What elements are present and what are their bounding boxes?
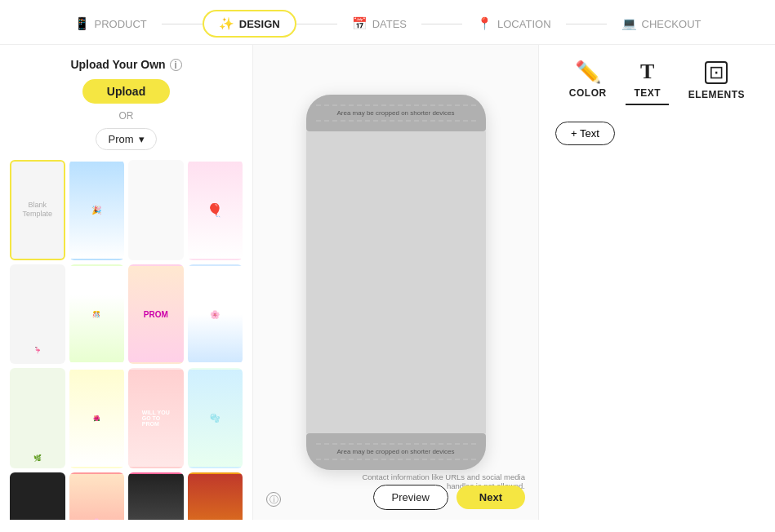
template-14[interactable]: PROM bbox=[128, 472, 184, 520]
nav-step-dates[interactable]: 📅 DATES bbox=[337, 11, 421, 36]
template-6[interactable]: PROM bbox=[128, 264, 184, 365]
top-dashed-line-2 bbox=[316, 120, 476, 122]
nav-connector-1 bbox=[162, 24, 203, 24]
template-3[interactable]: 🎈 bbox=[188, 160, 243, 260]
nav-dates-label: DATES bbox=[372, 18, 407, 30]
bottom-bar-text: Area may be cropped on shorter devices bbox=[336, 448, 454, 455]
template-12[interactable]: PROM bbox=[10, 472, 65, 520]
upload-section: Upload Your Own i Upload OR Prom ▾ bbox=[10, 58, 243, 150]
template-10[interactable]: WILL YOUGO TOPROM bbox=[128, 368, 184, 468]
info-circle-icon: i bbox=[170, 59, 182, 71]
main-layout: Upload Your Own i Upload OR Prom ▾ Blank… bbox=[0, 45, 775, 520]
elements-label: ELEMENTS bbox=[688, 89, 745, 100]
next-button[interactable]: Next bbox=[457, 485, 525, 509]
template-9[interactable]: 🌺 bbox=[69, 368, 125, 468]
elements-icon: ⊡ bbox=[705, 61, 728, 84]
nav-connector-2 bbox=[296, 24, 337, 24]
template-5[interactable]: 🎊 bbox=[69, 264, 125, 365]
template-8[interactable]: 🌿 bbox=[10, 368, 65, 468]
nav-checkout-label: CHECKOUT bbox=[642, 18, 702, 30]
template-15[interactable] bbox=[188, 472, 243, 520]
nav-step-design[interactable]: ✨ DESIGN bbox=[203, 10, 296, 38]
tool-elements[interactable]: ⊡ ELEMENTS bbox=[680, 58, 753, 105]
prom-dropdown[interactable]: Prom ▾ bbox=[96, 128, 156, 150]
prom-dropdown-label: Prom bbox=[108, 133, 133, 145]
center-panel: Area may be cropped on shorter devices A… bbox=[253, 45, 538, 520]
or-divider: OR bbox=[10, 110, 243, 122]
phone-bottom-bar: Area may be cropped on shorter devices bbox=[306, 433, 486, 470]
template-2[interactable] bbox=[128, 160, 184, 260]
text-label: TEXT bbox=[634, 87, 661, 99]
upload-title-text: Upload Your Own bbox=[70, 58, 165, 71]
chevron-down-icon: ▾ bbox=[139, 133, 145, 145]
tool-color[interactable]: ✏️ COLOR bbox=[561, 58, 615, 105]
info-icon-symbol: ⓘ bbox=[269, 494, 278, 506]
nav-location-label: LOCATION bbox=[497, 18, 551, 30]
text-icon: T bbox=[640, 61, 654, 82]
info-icon: ⓘ bbox=[266, 492, 281, 507]
phone-body bbox=[306, 131, 486, 433]
left-panel: Upload Your Own i Upload OR Prom ▾ Blank… bbox=[0, 45, 253, 520]
nav-product-label: PRODUCT bbox=[95, 18, 147, 30]
add-text-button[interactable]: + Text bbox=[555, 122, 615, 145]
design-icon: ✨ bbox=[219, 16, 234, 31]
template-7[interactable]: 🌸 bbox=[188, 264, 243, 365]
template-blank[interactable]: BlankTemplate bbox=[10, 160, 65, 260]
dates-icon: 📅 bbox=[352, 16, 367, 31]
template-11[interactable]: 🫧 bbox=[188, 368, 243, 468]
color-icon: ✏️ bbox=[575, 61, 601, 82]
color-label: COLOR bbox=[569, 87, 607, 99]
top-dashed-line bbox=[316, 104, 476, 106]
template-13[interactable]: 🌸 bbox=[69, 472, 125, 520]
nav-connector-3 bbox=[421, 24, 462, 24]
upload-button[interactable]: Upload bbox=[82, 79, 170, 104]
blank-label: BlankTemplate bbox=[22, 201, 52, 219]
top-navigation: 📱 PRODUCT ✨ DESIGN 📅 DATES 📍 LOCATION 💻 … bbox=[0, 0, 775, 45]
bottom-dashed-line bbox=[316, 443, 476, 445]
product-icon: 📱 bbox=[74, 16, 90, 31]
nav-connector-4 bbox=[566, 24, 607, 24]
template-1[interactable]: 🎉 bbox=[69, 160, 125, 260]
nav-design-label: DESIGN bbox=[239, 18, 280, 30]
template-4[interactable]: 🦩 bbox=[10, 264, 65, 365]
preview-button[interactable]: Preview bbox=[373, 485, 448, 510]
bottom-actions: Preview Next bbox=[373, 485, 525, 510]
nav-step-checkout[interactable]: 💻 CHECKOUT bbox=[607, 11, 716, 36]
phone-top-bar: Area may be cropped on shorter devices bbox=[306, 95, 486, 131]
nav-step-product[interactable]: 📱 PRODUCT bbox=[60, 11, 162, 36]
phone-preview: Area may be cropped on shorter devices A… bbox=[306, 95, 486, 470]
template-grid: BlankTemplate 🎉 🎈 🦩 🎊 PROM 🌸 bbox=[10, 160, 243, 520]
checkout-icon: 💻 bbox=[621, 16, 637, 31]
upload-title: Upload Your Own i bbox=[10, 58, 243, 71]
location-icon: 📍 bbox=[477, 16, 492, 31]
right-panel: ✏️ COLOR T TEXT ⊡ ELEMENTS + Text bbox=[538, 45, 775, 520]
tool-tabs: ✏️ COLOR T TEXT ⊡ ELEMENTS bbox=[555, 58, 759, 105]
tool-text[interactable]: T TEXT bbox=[626, 58, 669, 105]
top-bar-text: Area may be cropped on shorter devices bbox=[336, 109, 454, 117]
nav-step-location[interactable]: 📍 LOCATION bbox=[462, 11, 566, 36]
bottom-dashed-line-2 bbox=[316, 459, 476, 460]
